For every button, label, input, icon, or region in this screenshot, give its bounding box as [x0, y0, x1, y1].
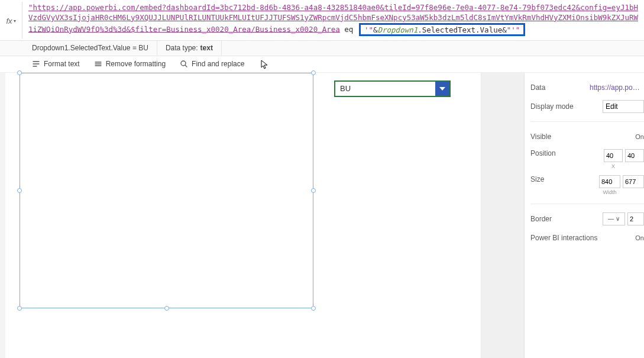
resize-handle-mr[interactable]	[311, 188, 316, 193]
left-gutter	[0, 73, 5, 358]
resize-handle-ml[interactable]	[17, 188, 22, 193]
workspace: BU Data https://app.powerbi Display mode…	[0, 73, 644, 358]
prop-divider-2	[530, 204, 644, 204]
border-width-input[interactable]	[627, 212, 644, 225]
prop-size: Size Width	[530, 175, 644, 195]
position-y-input[interactable]	[625, 149, 644, 162]
remove-formatting-button[interactable]: Remove formatting	[94, 60, 166, 68]
formula-eq: eq	[340, 24, 358, 33]
resize-handle-br[interactable]	[311, 306, 316, 311]
prop-position: Position X	[530, 149, 644, 169]
dropdown-selected-text: BU	[335, 82, 435, 96]
prop-powerbi-interactions: Power BI interactions On	[530, 231, 644, 244]
cursor-icon	[261, 60, 268, 69]
prop-data: Data https://app.powerbi	[530, 81, 644, 94]
fx-label-text: fx	[6, 17, 12, 25]
size-height-input[interactable]	[623, 175, 644, 188]
prop-display-mode: Display mode	[530, 100, 644, 113]
prop-pbi-label: Power BI interactions	[530, 234, 607, 242]
size-width-input[interactable]	[599, 175, 620, 188]
chevron-down-icon	[439, 87, 445, 91]
border-style-select[interactable]: — ∨	[603, 212, 625, 225]
prop-data-value[interactable]: https://app.powerbi	[590, 83, 644, 92]
prop-border: Border — ∨	[530, 212, 644, 225]
prop-display-label: Display mode	[530, 102, 590, 111]
formula-info-row: Dropdown1.SelectedText.Value = BU Data t…	[0, 41, 644, 56]
prop-position-label: Position	[530, 149, 590, 157]
prop-divider	[530, 121, 644, 122]
formula-input[interactable]: "https://app.powerbi.com/embed?dashboard…	[22, 2, 644, 38]
expression-result-text: Dropdown1.SelectedText.Value = BU	[32, 44, 148, 52]
size-width-sublabel: Width	[603, 189, 616, 195]
pbi-interactions-toggle[interactable]: On	[635, 234, 644, 241]
canvas-gray-zone	[481, 73, 524, 358]
expression-result: Dropdown1.SelectedText.Value = BU	[0, 41, 157, 56]
formula-highlight: '"&Dropdown1.SelectedText.Value&"'"	[359, 23, 525, 36]
find-replace-label: Find and replace	[192, 60, 244, 68]
remove-formatting-label: Remove formatting	[106, 60, 166, 68]
prop-size-label: Size	[530, 175, 590, 183]
selected-powerbi-tile[interactable]	[20, 73, 313, 308]
format-text-label: Format text	[44, 60, 80, 68]
format-text-button[interactable]: Format text	[32, 60, 80, 68]
dropdown-chevron-button[interactable]	[435, 82, 449, 96]
format-text-icon	[32, 60, 40, 68]
position-x-sublabel: X	[611, 163, 615, 169]
resize-handle-mb[interactable]	[164, 306, 169, 311]
remove-formatting-icon	[94, 60, 102, 68]
formula-url: "https://app.powerbi.com/embed?dashboard…	[28, 3, 638, 33]
resize-handle-bl[interactable]	[17, 306, 22, 311]
position-x-input[interactable]	[604, 149, 623, 162]
data-type-value: text	[200, 44, 213, 52]
prop-visible-label: Visible	[530, 133, 590, 141]
data-type-label: Data type:	[166, 44, 198, 52]
properties-panel: Data https://app.powerbi Display mode Vi…	[524, 73, 644, 358]
fx-button[interactable]: fx ▾	[0, 2, 22, 38]
data-type-cell: Data type: text	[157, 41, 222, 56]
visible-toggle[interactable]: On	[635, 133, 644, 140]
prop-border-label: Border	[530, 215, 590, 223]
canvas[interactable]: BU	[5, 73, 481, 358]
prop-visible: Visible On	[530, 130, 644, 143]
display-mode-select[interactable]	[603, 100, 644, 113]
formula-toolbar: Format text Remove formatting Find and r…	[0, 56, 644, 73]
formula-bar: fx ▾ "https://app.powerbi.com/embed?dash…	[0, 0, 644, 41]
resize-handle-tr[interactable]	[311, 70, 316, 75]
chevron-down-icon: ▾	[14, 18, 16, 24]
resize-handle-tl[interactable]	[17, 70, 22, 75]
prop-data-label: Data	[530, 83, 590, 92]
search-icon	[180, 60, 188, 68]
find-replace-button[interactable]: Find and replace	[180, 60, 244, 68]
dropdown-control[interactable]: BU	[334, 80, 451, 97]
